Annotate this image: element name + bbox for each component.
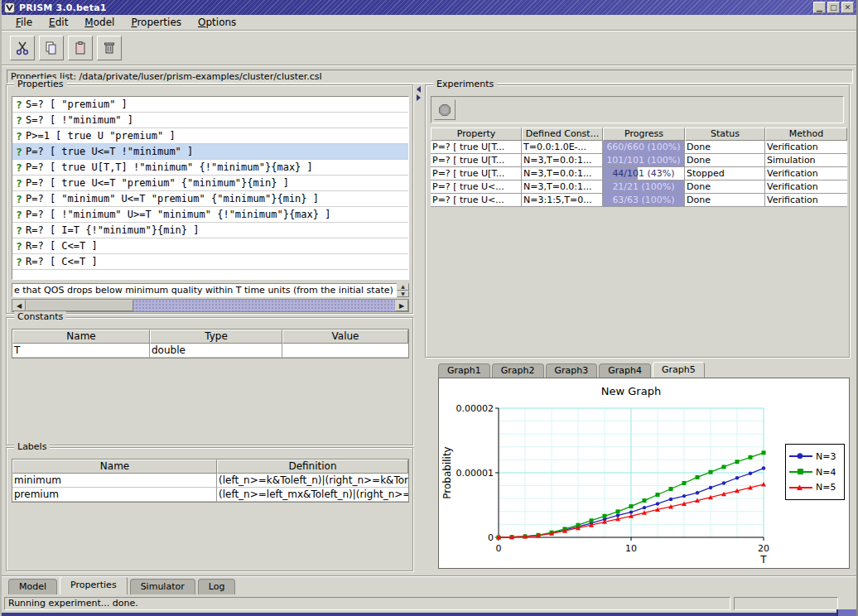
label-name-cell[interactable]: premium bbox=[12, 488, 217, 502]
menu-bar: File Edit Model Properties Options bbox=[2, 15, 856, 31]
property-text: S=? [ !"minimum" ] bbox=[26, 114, 133, 126]
exp-constants-cell: N=3,T=0.0:1... bbox=[522, 167, 603, 180]
constants-row[interactable]: T double bbox=[12, 344, 408, 358]
experiments-group: Experiments Property Defined Const... Pr… bbox=[425, 84, 850, 358]
vertical-splitter[interactable] bbox=[414, 84, 423, 573]
main-toolbar bbox=[2, 31, 856, 65]
labels-col-name: Name bbox=[12, 460, 217, 474]
comment-horizontal-scrollbar[interactable]: ◀ ▶ bbox=[12, 299, 409, 312]
menu-edit[interactable]: Edit bbox=[43, 15, 74, 30]
spinner-down-icon[interactable]: ▼ bbox=[397, 291, 409, 298]
svg-text:10: 10 bbox=[625, 543, 637, 554]
property-list-item[interactable]: ?S=? [ !"minimum" ] bbox=[12, 113, 408, 128]
property-list-item[interactable]: ?R=? [ C<=T ] bbox=[12, 254, 408, 270]
properties-list-path: Properties list: /data/private/luser/pri… bbox=[7, 70, 853, 84]
window-menu-icon[interactable] bbox=[4, 2, 15, 13]
properties-group-title: Properties bbox=[14, 79, 67, 89]
property-text: P=? [ true U<=T "premium" {"minimum"}{mi… bbox=[26, 177, 289, 189]
labels-table: Name Definition minimum (left_n>=k&Tolef… bbox=[12, 459, 409, 503]
comment-spinner: ▲ ▼ bbox=[397, 283, 409, 297]
property-list-item-selected[interactable]: ?P=? [ true U<=T !"minimum" ] bbox=[12, 144, 408, 160]
experiment-row[interactable]: P=? [ true U[T... N=3,T=0.0:1... 101/101… bbox=[431, 154, 847, 167]
maximize-button[interactable]: □ bbox=[827, 2, 840, 13]
exp-status-cell: Done bbox=[685, 194, 765, 207]
menu-properties[interactable]: Properties bbox=[125, 15, 187, 30]
property-list-item[interactable]: ?P>=1 [ true U "premium" ] bbox=[12, 128, 408, 144]
exp-col-progress[interactable]: Progress bbox=[603, 128, 685, 141]
exp-progress-bar: 660/660 (100%) bbox=[603, 141, 685, 154]
cut-button[interactable] bbox=[10, 36, 35, 60]
property-list-item[interactable]: ?P=? [ !"minimum" U>=T "minimum" {!"mini… bbox=[12, 207, 408, 223]
experiment-row[interactable]: P=? [ true U[T... T=0.0:1.0E-... 660/660… bbox=[431, 141, 847, 154]
experiments-group-title: Experiments bbox=[433, 79, 497, 89]
label-name-cell[interactable]: minimum bbox=[12, 474, 217, 488]
spinner-up-icon[interactable]: ▲ bbox=[397, 283, 409, 291]
labels-row[interactable]: minimum (left_n>=k&Toleft_n)|(right_n>=k… bbox=[12, 474, 408, 488]
exp-method-cell: Verification bbox=[765, 167, 847, 180]
tab-log[interactable]: Log bbox=[198, 579, 236, 594]
exp-col-property[interactable]: Property bbox=[431, 128, 522, 141]
property-comment-field[interactable]: e that QOS drops below minimum quality w… bbox=[12, 283, 397, 297]
tab-graph1[interactable]: Graph1 bbox=[438, 363, 490, 378]
graph-tab-bar: Graph1 Graph2 Graph3 Graph4 Graph5 bbox=[438, 362, 706, 378]
exp-col-status[interactable]: Status bbox=[685, 128, 765, 141]
status-message: Running experiment... done. bbox=[4, 597, 730, 610]
question-mark-icon: ? bbox=[12, 114, 26, 127]
labels-row[interactable]: premium (left_n>=left_mx&Toleft_n)|(righ… bbox=[12, 488, 408, 502]
resize-grip[interactable] bbox=[836, 609, 856, 616]
tab-graph3[interactable]: Graph3 bbox=[546, 363, 598, 378]
property-text: R=? [ I=T {!"minimum"}{min} ] bbox=[26, 224, 200, 236]
scroll-left-icon[interactable]: ◀ bbox=[12, 300, 26, 311]
svg-text:0: 0 bbox=[488, 532, 494, 543]
scrollbar-thumb[interactable] bbox=[26, 300, 133, 311]
constants-table: Name Type Value T double bbox=[12, 329, 409, 359]
constants-col-value: Value bbox=[282, 330, 408, 344]
property-list-item[interactable]: ?R=? [ C<=T ] bbox=[12, 238, 408, 254]
chart-legend: ●N=3 ■N=4 ▲N=5 bbox=[785, 444, 845, 500]
scroll-right-icon[interactable]: ▶ bbox=[395, 300, 408, 311]
property-list-item[interactable]: ?P=? [ true U[T,T] !"minimum" {!"minimum… bbox=[12, 160, 408, 176]
label-definition-cell[interactable]: (left_n>=left_mx&Toleft_n)|(right_n>=r..… bbox=[217, 488, 408, 502]
copy-button[interactable] bbox=[39, 36, 64, 60]
property-list-item[interactable]: ?S=? [ "premium" ] bbox=[12, 97, 408, 113]
menu-model[interactable]: Model bbox=[79, 15, 120, 30]
question-mark-icon: ? bbox=[12, 240, 26, 253]
paste-button[interactable] bbox=[68, 36, 93, 60]
menu-options[interactable]: Options bbox=[192, 15, 242, 30]
window-frame-bottom bbox=[2, 613, 856, 616]
tab-graph4[interactable]: Graph4 bbox=[599, 363, 651, 378]
exp-property-cell: P=? [ true U<... bbox=[431, 180, 522, 194]
paste-clipboard-icon bbox=[73, 41, 88, 55]
delete-button[interactable] bbox=[97, 36, 122, 60]
tab-properties[interactable]: Properties bbox=[60, 576, 128, 594]
exp-col-method[interactable]: Method bbox=[765, 128, 847, 141]
constants-group: Constants Name Type Value T double bbox=[6, 317, 413, 445]
minimize-button[interactable]: ▁ bbox=[813, 2, 826, 13]
exp-col-constants[interactable]: Defined Const... bbox=[522, 128, 603, 141]
tab-graph5[interactable]: Graph5 bbox=[653, 362, 705, 378]
close-button[interactable]: ✕ bbox=[841, 2, 854, 13]
tab-model[interactable]: Model bbox=[8, 579, 57, 594]
question-mark-icon: ? bbox=[12, 209, 26, 221]
property-list-item[interactable]: ?P=? [ true U<=T "premium" {"minimum"}{m… bbox=[12, 176, 408, 191]
experiment-row[interactable]: P=? [ true U<... N=3:1:5,T=0... 63/63 (1… bbox=[431, 194, 847, 207]
property-list-item[interactable]: ?R=? [ I=T {!"minimum"}{min} ] bbox=[12, 223, 408, 238]
property-text: P=? [ "minimum" U<=T "premium" {"minimum… bbox=[26, 193, 319, 205]
property-list[interactable]: ?S=? [ "premium" ] ?S=? [ !"minimum" ] ?… bbox=[12, 96, 409, 280]
tab-graph2[interactable]: Graph2 bbox=[492, 363, 544, 378]
splitter-collapse-left-icon[interactable] bbox=[417, 86, 421, 93]
title-bar[interactable]: PRISM 3.0.beta1 ▁ □ ✕ bbox=[2, 0, 856, 15]
splitter-collapse-right-icon[interactable] bbox=[417, 94, 421, 101]
experiment-row[interactable]: P=? [ true U[T... N=3,T=0.0:1... 44/101 … bbox=[431, 167, 847, 180]
constant-value-cell[interactable] bbox=[282, 344, 408, 358]
exp-progress-bar: 63/63 (100%) bbox=[603, 194, 685, 207]
property-list-item[interactable]: ?P=? [ "minimum" U<=T "premium" {"minimu… bbox=[12, 191, 408, 207]
experiment-row[interactable]: P=? [ true U<... N=3,T=0.0:1... 21/21 (1… bbox=[431, 180, 847, 194]
window-title: PRISM 3.0.beta1 bbox=[19, 2, 107, 13]
constant-type-cell[interactable]: double bbox=[150, 344, 282, 358]
tab-simulator[interactable]: Simulator bbox=[130, 579, 195, 594]
menu-file[interactable]: File bbox=[10, 15, 38, 30]
label-definition-cell[interactable]: (left_n>=k&Toleft_n)|(right_n>=k&Tori... bbox=[217, 474, 408, 488]
constant-name-cell[interactable]: T bbox=[12, 344, 150, 358]
stop-experiment-button[interactable] bbox=[434, 99, 456, 120]
